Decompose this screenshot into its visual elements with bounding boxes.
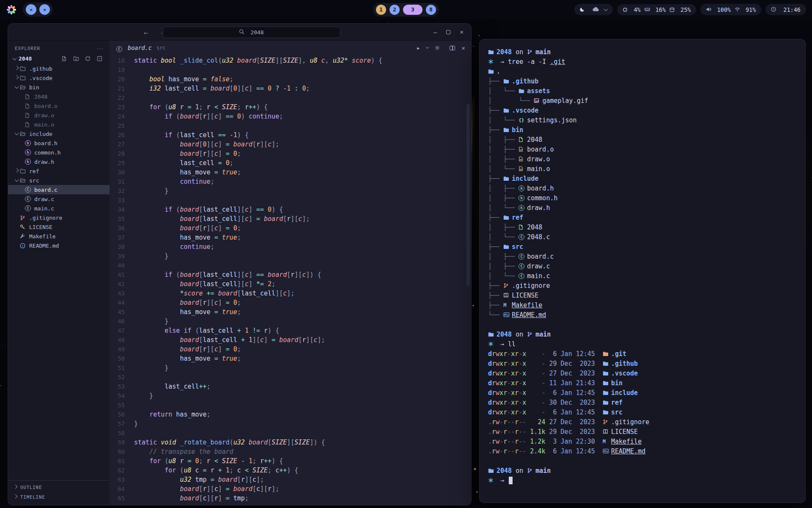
code-line[interactable]: 20 bool has_move = false; — [110, 75, 471, 84]
code-line[interactable]: 33 — [110, 196, 471, 205]
refresh-explorer-button[interactable] — [85, 55, 93, 62]
code-line[interactable]: 32 } — [110, 186, 471, 196]
code-line[interactable]: 64 board[r][c] = board[c][r]; — [110, 484, 471, 494]
media-next-button[interactable]: » — [39, 4, 50, 15]
audio-network-widget[interactable]: 100% 91% — [700, 4, 761, 15]
line-number[interactable]: 50 — [110, 354, 134, 363]
code-line[interactable]: 62 for (u8 c = r + 1; c < SIZE; c++) { — [110, 466, 471, 475]
line-number[interactable]: 58 — [110, 428, 134, 438]
line-number[interactable]: 33 — [110, 196, 134, 205]
code-line[interactable]: 27 board[0][c] = board[r][c]; — [110, 140, 471, 149]
code-editor[interactable]: 18static bool _slide_col(u32 board[SIZE]… — [110, 55, 471, 505]
line-number[interactable]: 28 — [110, 149, 134, 158]
code-line[interactable]: 52 — [110, 373, 471, 382]
clock-widget[interactable]: 21:46 — [765, 4, 806, 15]
tree-item-main.c[interactable]: Cmain.c — [8, 204, 110, 213]
tree-item-draw.c[interactable]: Cdraw.c — [8, 194, 110, 204]
tree-item-LICENSE[interactable]: LICENSE — [8, 222, 110, 232]
tree-item-ref[interactable]: ref — [8, 166, 110, 176]
line-number[interactable]: 42 — [110, 279, 134, 289]
line-number[interactable]: 47 — [110, 326, 134, 335]
code-line[interactable]: 47 else if (last_cell + 1 != r) { — [110, 326, 471, 335]
code-line[interactable]: 21 i32 last_cell = board[0][c] == 0 ? -1… — [110, 84, 471, 93]
code-line[interactable]: 59static void _rotate_board(u32 board[SI… — [110, 438, 471, 447]
tree-item-include[interactable]: include — [8, 129, 110, 138]
tree-item-.github[interactable]: .github — [8, 64, 110, 73]
code-line[interactable]: 44 board[r][c] = 0; — [110, 298, 471, 307]
command-line[interactable]: → ll — [488, 339, 797, 349]
tree-item-board.o[interactable]: board.o — [8, 101, 110, 110]
terminal-window[interactable]: 2048 on main → tree -a -I .git.├── .gith… — [479, 39, 806, 503]
tree-item-common.h[interactable]: hcommon.h — [8, 148, 110, 157]
tree-item-Makefile[interactable]: Makefile — [8, 232, 110, 241]
line-number[interactable]: 34 — [110, 205, 134, 214]
command-line[interactable]: → — [488, 475, 797, 485]
tab-board-c[interactable]: C board.c src — [110, 41, 173, 55]
code-line[interactable]: 35 board[last_cell][c] = board[r][c]; — [110, 214, 471, 224]
code-line[interactable]: 30 has_move = true; — [110, 168, 471, 177]
code-line[interactable]: 46 } — [110, 317, 471, 326]
tree-item-draw.o[interactable]: draw.o — [8, 110, 110, 120]
editor-titlebar[interactable]: ← → 2048 – × — [8, 24, 471, 41]
line-number[interactable]: 29 — [110, 158, 134, 168]
code-line[interactable]: 34 if (board[last_cell][c] == 0) { — [110, 205, 471, 214]
collapse-folders-button[interactable] — [97, 55, 105, 62]
line-number[interactable]: 55 — [110, 400, 134, 410]
line-number[interactable]: 27 — [110, 140, 134, 149]
line-number[interactable]: 39 — [110, 251, 134, 261]
tree-item-board.h[interactable]: hboard.h — [8, 138, 110, 148]
line-number[interactable]: 61 — [110, 456, 134, 466]
code-line[interactable]: 41 if (board[last_cell][c] == board[r][c… — [110, 270, 471, 279]
line-number[interactable]: 22 — [110, 93, 134, 102]
code-line[interactable]: 25 — [110, 121, 471, 130]
minimize-button[interactable]: – — [433, 28, 437, 36]
maximize-button[interactable] — [446, 30, 450, 34]
line-number[interactable]: 65 — [110, 494, 134, 503]
close-button[interactable]: × — [460, 28, 464, 36]
line-number[interactable]: 18 — [110, 56, 134, 65]
search-input[interactable]: 2048 — [163, 26, 340, 38]
code-line[interactable]: 26 if (last_cell == -1) { — [110, 130, 471, 140]
line-number[interactable]: 20 — [110, 75, 134, 84]
line-number[interactable]: 52 — [110, 373, 134, 382]
line-number[interactable]: 36 — [110, 224, 134, 233]
code-line[interactable]: 56 return has_move; — [110, 410, 471, 419]
split-editor-button[interactable] — [450, 46, 455, 50]
code-line[interactable]: 31 continue; — [110, 177, 471, 186]
code-line[interactable]: 37 has_move = true; — [110, 233, 471, 242]
line-number[interactable]: 49 — [110, 345, 134, 354]
line-number[interactable]: 62 — [110, 466, 134, 475]
line-number[interactable]: 40 — [110, 261, 134, 270]
tree-item-2048[interactable]: 2048 — [8, 92, 110, 101]
line-number[interactable]: 59 — [110, 438, 134, 447]
project-root[interactable]: 2048 — [8, 53, 110, 64]
line-number[interactable]: 23 — [110, 102, 134, 112]
command-line[interactable]: → tree -a -I .git — [488, 57, 797, 66]
tree-item-README.md[interactable]: README.md — [8, 241, 110, 250]
system-logo-icon[interactable] — [6, 4, 17, 15]
workspace-2[interactable]: 2 — [390, 5, 400, 15]
line-number[interactable]: 37 — [110, 233, 134, 242]
code-line[interactable]: 42 board[last_cell][c] *= 2; — [110, 279, 471, 289]
line-number[interactable]: 46 — [110, 317, 134, 326]
line-number[interactable]: 21 — [110, 84, 134, 93]
settings-gear-button[interactable] — [435, 44, 443, 51]
line-number[interactable]: 53 — [110, 382, 134, 391]
code-line[interactable]: 29 last_cell = 0; — [110, 158, 471, 168]
line-number[interactable]: 54 — [110, 391, 134, 400]
line-number[interactable]: 26 — [110, 130, 134, 140]
line-number[interactable]: 57 — [110, 419, 134, 428]
media-prev-button[interactable]: « — [26, 4, 36, 15]
code-line[interactable]: 45 has_move = true; — [110, 307, 471, 317]
line-number[interactable]: 51 — [110, 363, 134, 373]
workspace-8[interactable]: 8 — [426, 5, 436, 15]
code-line[interactable]: 55 — [110, 400, 471, 410]
code-line[interactable]: 19 — [110, 65, 471, 75]
line-number[interactable]: 64 — [110, 484, 134, 494]
code-line[interactable]: 40 — [110, 261, 471, 270]
code-line[interactable]: 18static bool _slide_col(u32 board[SIZE]… — [110, 56, 471, 65]
code-line[interactable]: 65 board[c][r] = tmp; — [110, 494, 471, 503]
editor-scrollbar[interactable] — [466, 104, 470, 286]
code-line[interactable]: 36 board[r][c] = 0; — [110, 224, 471, 233]
code-line[interactable]: 23 for (u8 r = 1; r < SIZE; r++) { — [110, 102, 471, 112]
